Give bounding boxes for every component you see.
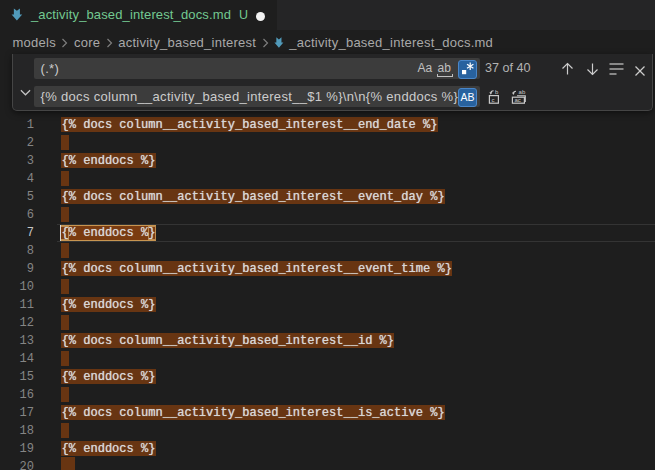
svg-text:b: b: [495, 89, 499, 95]
svg-text:ab: ab: [519, 89, 526, 95]
svg-text:c: c: [491, 97, 494, 103]
svg-text:ac: ac: [514, 97, 520, 103]
